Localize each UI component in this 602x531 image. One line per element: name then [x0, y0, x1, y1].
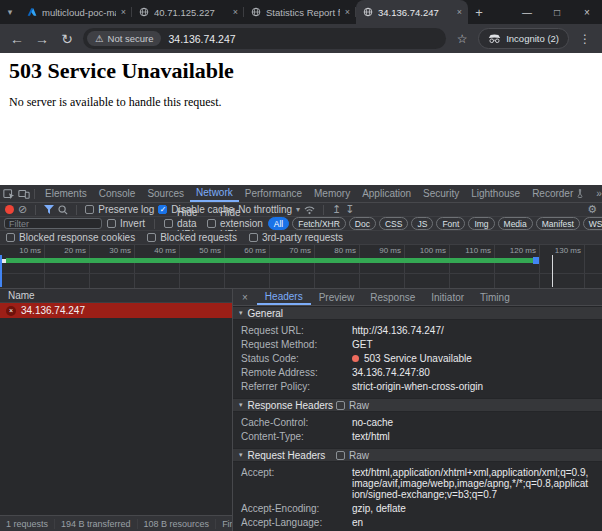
clear-icon[interactable]: ⊘ — [18, 204, 27, 215]
header-value: no-cache — [352, 417, 602, 428]
tab-recorder[interactable]: Recorder — [526, 185, 590, 202]
address-bar[interactable]: ⚠ Not secure 34.136.74.247 — [83, 28, 446, 49]
bookmark-star-icon[interactable]: ☆ — [453, 32, 471, 46]
request-row-selected-error[interactable]: × 34.136.74.247 — [0, 303, 232, 318]
header-key: Remote Address: — [241, 367, 352, 378]
tab-elements[interactable]: Elements — [39, 185, 93, 202]
raw-label: Raw — [349, 450, 369, 461]
browser-tab-1[interactable]: multicloud-poc-machine × — [20, 0, 132, 24]
details-close-icon[interactable]: × — [233, 292, 257, 303]
tab-close-icon[interactable]: × — [457, 7, 462, 17]
header-value: en — [352, 517, 602, 528]
header-value: text/html — [352, 431, 602, 442]
filter-funnel-icon[interactable] — [44, 205, 54, 214]
network-overview-timeline[interactable]: 10 ms 20 ms 30 ms 40 ms 50 ms 60 ms 70 m… — [0, 245, 602, 289]
plus-icon: + — [475, 5, 483, 20]
tab-title: 34.136.74.247 — [378, 7, 452, 18]
header-row: Accept-Encoding:gzip, deflate — [233, 502, 602, 515]
blocked-requests-checkbox[interactable]: Blocked requests — [147, 232, 237, 243]
filter-pill-manifest[interactable]: Manifest — [536, 217, 580, 230]
preserve-log-checkbox[interactable]: Preserve log — [85, 204, 154, 215]
tab-search-button[interactable]: ▾ — [0, 0, 20, 24]
inspect-element-icon[interactable] — [3, 185, 15, 202]
filter-pill-js[interactable]: JS — [411, 217, 433, 230]
window-close-button[interactable]: × — [572, 0, 602, 24]
response-headers-section-header[interactable]: ▾ Response Headers Raw — [233, 398, 602, 412]
tab-memory[interactable]: Memory — [308, 185, 356, 202]
record-button[interactable] — [5, 205, 14, 214]
forward-button[interactable]: → — [33, 31, 51, 47]
request-headers-section-header[interactable]: ▾ Request Headers Raw — [233, 448, 602, 462]
filter-pill-ws[interactable]: WS — [583, 217, 602, 230]
details-tab-initiator[interactable]: Initiator — [423, 289, 472, 305]
filter-pill-media[interactable]: Media — [498, 217, 533, 230]
details-tab-preview[interactable]: Preview — [311, 289, 363, 305]
url-text[interactable]: 34.136.74.247 — [168, 33, 235, 45]
timeline-tick: 120 ms — [495, 245, 540, 288]
checkbox-icon — [207, 219, 216, 228]
filter-pill-font[interactable]: Font — [436, 217, 465, 230]
tab-network[interactable]: Network — [190, 185, 239, 202]
header-row: Status Code:503 Service Unavailable — [233, 352, 602, 365]
details-tab-timing[interactable]: Timing — [472, 289, 518, 305]
expander-icon: ▾ — [239, 309, 243, 317]
minimize-button[interactable]: — — [512, 0, 542, 24]
blocked-response-cookies-checkbox[interactable]: Blocked response cookies — [6, 232, 135, 243]
details-tabbar: × Headers Preview Response Initiator Tim… — [233, 289, 602, 306]
header-row: Accept:text/html,application/xhtml+xml,a… — [233, 466, 602, 501]
timeline-strip-divider — [0, 273, 602, 274]
reload-button[interactable]: ↻ — [58, 31, 76, 47]
import-har-icon[interactable]: ↥ — [332, 204, 341, 215]
network-settings-gear-icon[interactable]: ⚙ — [587, 204, 597, 215]
status-code-value: 503 Service Unavailable — [352, 353, 602, 364]
header-key: Accept: — [241, 467, 352, 500]
details-tab-response[interactable]: Response — [362, 289, 423, 305]
tab-performance[interactable]: Performance — [239, 185, 308, 202]
section-title: General — [248, 308, 284, 319]
filter-pill-img[interactable]: Img — [468, 217, 494, 230]
browser-tab-2[interactable]: 40.71.125.227 × — [132, 0, 244, 24]
browser-tab-3[interactable]: Statistics Report for HAP × — [244, 0, 356, 24]
filter-pill-doc[interactable]: Doc — [349, 217, 376, 230]
maximize-button[interactable]: □ — [542, 0, 572, 24]
search-icon[interactable] — [58, 205, 68, 215]
tab-close-icon[interactable]: × — [345, 7, 350, 17]
filter-pill-fetchxhr[interactable]: Fetch/XHR — [292, 217, 346, 230]
header-key: Accept-Language: — [241, 517, 352, 528]
details-tab-headers[interactable]: Headers — [257, 289, 311, 305]
divider — [76, 205, 77, 215]
browser-tab-4-active[interactable]: 34.136.74.247 × — [356, 0, 468, 24]
filter-pill-css[interactable]: CSS — [379, 217, 408, 230]
response-raw-checkbox[interactable]: Raw — [336, 400, 369, 411]
filter-input[interactable] — [4, 218, 102, 229]
name-column-header[interactable]: Name — [0, 289, 232, 303]
device-toolbar-icon[interactable] — [18, 185, 30, 202]
header-row: Accept-Language:en — [233, 516, 602, 529]
browser-menu-icon[interactable]: ⋮ — [576, 32, 594, 46]
tab-console[interactable]: Console — [93, 185, 142, 202]
tab-security[interactable]: Security — [417, 185, 465, 202]
globe-icon — [138, 7, 149, 18]
checkbox-icon — [6, 233, 15, 242]
tab-lighthouse[interactable]: Lighthouse — [465, 185, 526, 202]
tab-sources[interactable]: Sources — [141, 185, 190, 202]
export-har-icon[interactable]: ↧ — [345, 204, 354, 215]
general-section-header[interactable]: ▾ General — [233, 306, 602, 320]
blocked-options-row: Blocked response cookies Blocked request… — [0, 231, 602, 245]
tab-close-icon[interactable]: × — [121, 7, 126, 17]
tab-application[interactable]: Application — [356, 185, 417, 202]
azure-icon — [26, 7, 37, 18]
tab-close-icon[interactable]: × — [233, 7, 238, 17]
third-party-requests-checkbox[interactable]: 3rd-party requests — [249, 232, 343, 243]
new-tab-button[interactable]: + — [468, 0, 490, 24]
filter-pill-all[interactable]: All — [268, 217, 289, 230]
more-panels-icon[interactable]: » — [590, 185, 602, 202]
header-row: Request URL:http://34.136.74.247/ — [233, 324, 602, 337]
transferred-size: 194 B transferred — [55, 519, 138, 529]
invert-checkbox[interactable]: Invert — [107, 218, 145, 229]
timeline-grid: 10 ms 20 ms 30 ms 40 ms 50 ms 60 ms 70 m… — [0, 245, 585, 288]
back-button[interactable]: ← — [8, 31, 26, 47]
request-raw-checkbox[interactable]: Raw — [336, 450, 369, 461]
network-conditions-icon[interactable] — [304, 205, 315, 215]
security-chip[interactable]: ⚠ Not secure — [87, 31, 161, 46]
